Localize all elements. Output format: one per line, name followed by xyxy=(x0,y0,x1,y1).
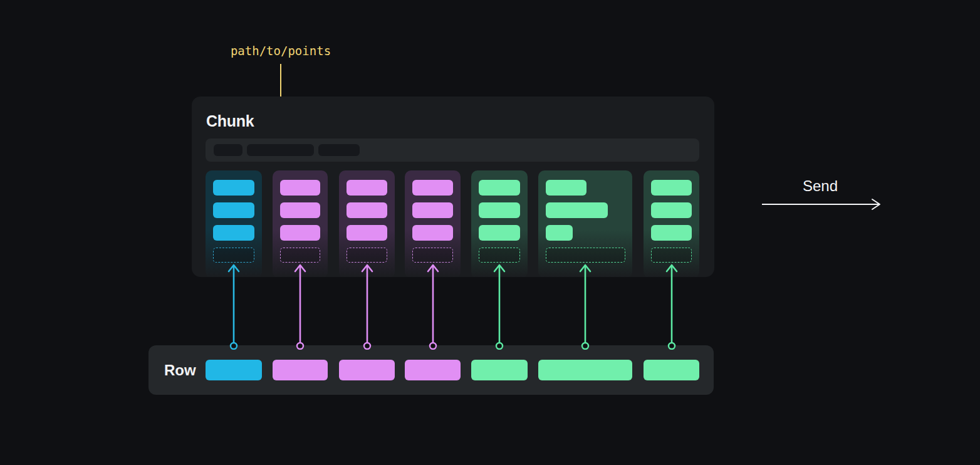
row-block-4 xyxy=(405,360,461,380)
chunk-panel-title: Chunk xyxy=(206,112,254,130)
row-block-6 xyxy=(538,360,632,380)
column-dashed-slot xyxy=(479,248,520,263)
column-up-arrow-icon xyxy=(293,262,308,350)
column-block xyxy=(651,180,692,196)
column-block xyxy=(412,202,453,218)
column-block xyxy=(213,180,254,196)
chunk-toolbar xyxy=(206,138,699,162)
row-panel-label: Row xyxy=(164,345,196,395)
column-block xyxy=(347,225,387,241)
diagram-canvas: path/to/points Chunk Row Send xyxy=(0,0,980,465)
column-block xyxy=(280,202,320,218)
column-block xyxy=(347,202,387,218)
column-block xyxy=(479,180,520,196)
column-block xyxy=(213,225,254,241)
send-label: Send xyxy=(783,177,858,195)
column-block xyxy=(280,180,320,196)
column-up-arrow-icon xyxy=(360,262,375,350)
toolbar-pill-3 xyxy=(318,144,360,156)
column-block xyxy=(546,180,586,196)
chunk-panel: Chunk xyxy=(192,97,714,277)
column-dashed-slot xyxy=(412,248,453,263)
column-up-arrow-icon xyxy=(664,262,679,350)
column-dashed-slot xyxy=(213,248,254,263)
toolbar-pill-1 xyxy=(214,144,242,156)
column-block xyxy=(479,202,520,218)
toolbar-pill-2 xyxy=(247,144,314,156)
row-block-7 xyxy=(644,360,699,380)
row-block-5 xyxy=(471,360,528,380)
row-block-2 xyxy=(273,360,328,380)
column-block xyxy=(280,225,320,241)
column-block xyxy=(651,202,692,218)
column-dashed-slot xyxy=(280,248,320,263)
column-block xyxy=(412,225,453,241)
row-block-3 xyxy=(339,360,395,380)
column-up-arrow-icon xyxy=(226,262,241,350)
send-right-arrow-icon xyxy=(761,198,886,211)
row-block-1 xyxy=(206,360,262,380)
column-block xyxy=(213,202,254,218)
column-up-arrow-icon xyxy=(492,262,507,350)
column-up-arrow-icon xyxy=(578,262,593,350)
row-panel: Row xyxy=(149,345,714,395)
path-annotation-label: path/to/points xyxy=(218,44,343,58)
column-up-arrow-icon xyxy=(425,262,440,350)
column-dashed-slot xyxy=(651,248,692,263)
column-block xyxy=(546,202,608,218)
column-block xyxy=(651,225,692,241)
column-block xyxy=(546,225,573,241)
column-block xyxy=(412,180,453,196)
column-block xyxy=(479,225,520,241)
column-dashed-slot xyxy=(347,248,387,263)
column-block xyxy=(347,180,387,196)
column-dashed-slot xyxy=(546,248,625,263)
